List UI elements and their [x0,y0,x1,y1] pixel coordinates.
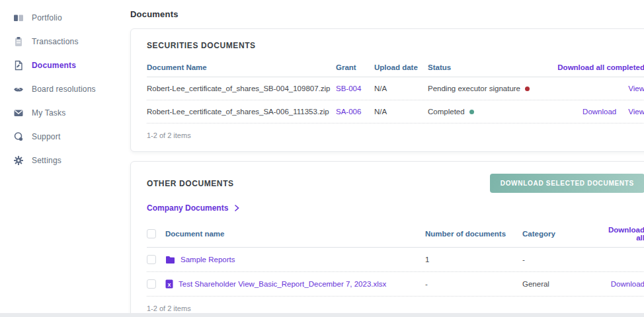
breadcrumb-label: Company Documents [147,203,228,213]
status-text: Pending executor signature [428,85,520,92]
securities-pagination: 1-2 of 2 items [147,123,644,142]
breadcrumb[interactable]: Company Documents [147,203,644,213]
settings-icon [13,155,24,166]
file-name-link[interactable]: Test Shareholder View_Basic_Report_Decem… [179,280,386,288]
transactions-icon [13,36,24,47]
table-row: Robert-Lee_certificate_of_shares_SA-006_… [147,100,644,123]
securities-table-header: Document Name Grant Upload date Status D… [147,59,644,77]
sidebar-item-board-resolutions[interactable]: Board resolutions [13,79,122,99]
upload-date: N/A [374,108,428,116]
table-row: x Test Shareholder View_Basic_Report_Dec… [147,272,644,297]
status-badge: Pending executor signature [428,85,628,92]
grant-link[interactable]: SA-006 [336,108,374,116]
page-title: Documents [130,9,644,19]
sidebar-item-transactions[interactable]: Transactions [13,32,122,52]
excel-file-icon: x [165,279,173,289]
document-name: Robert-Lee_certificate_of_shares_SA-006_… [147,108,336,116]
download-link[interactable]: Download [608,280,644,288]
download-all-link[interactable]: Download all [608,226,644,242]
svg-text:x: x [167,281,171,288]
page-bottom-edge [0,313,644,317]
col-grant: Grant [336,63,374,71]
folder-icon [165,256,175,264]
row-checkbox[interactable] [147,255,156,264]
download-link[interactable]: Download [583,108,616,116]
securities-table: Document Name Grant Upload date Status D… [147,59,644,123]
other-documents-card: OTHER DOCUMENTS DOWNLOAD SELECTED DOCUME… [130,161,644,317]
sidebar-item-label: Documents [32,61,76,70]
status-badge: Completed [428,108,583,116]
col-upload-date: Upload date [374,63,428,71]
download-selected-documents-button[interactable]: DOWNLOAD SELECTED DOCUMENTS [490,174,644,193]
documents-count: 1 [425,256,522,264]
sidebar: Portfolio Transactions Documents Board r… [0,0,122,313]
my-tasks-icon [13,108,24,118]
select-all-checkbox[interactable] [147,229,156,238]
col-document-name: Document name [165,230,425,238]
document-name: Robert-Lee_certificate_of_shares_SB-004_… [147,85,336,92]
col-category: Category [522,230,608,238]
support-icon [13,131,24,142]
col-number-of-documents: Number of documents [425,230,522,238]
other-card-title: OTHER DOCUMENTS [147,179,234,188]
category-value: General [522,280,608,288]
col-document-name: Document Name [147,63,336,71]
other-table-header: Document name Number of documents Catego… [147,222,644,248]
status-dot-red [525,87,530,91]
status-text: Completed [428,108,465,116]
sidebar-item-portfolio[interactable]: Portfolio [13,8,122,28]
sidebar-item-settings[interactable]: Settings [13,151,122,170]
sidebar-item-documents[interactable]: Documents [13,55,122,75]
sidebar-item-label: Support [32,132,60,141]
table-row: Sample Reports 1 - [147,248,644,272]
chevron-right-icon [233,205,240,211]
sidebar-item-support[interactable]: Support [13,127,122,147]
app-window: Portfolio Transactions Documents Board r… [0,0,644,313]
main-content: Documents SECURITIES DOCUMENTS Document … [122,0,644,313]
view-link[interactable]: View [628,108,644,116]
sidebar-item-my-tasks[interactable]: My Tasks [13,103,122,123]
other-documents-table: Document name Number of documents Catego… [147,222,644,297]
sidebar-item-label: Settings [32,156,61,165]
sidebar-item-label: Board resolutions [32,85,96,94]
sidebar-item-label: Portfolio [32,13,62,22]
securities-card-title: SECURITIES DOCUMENTS [147,41,644,50]
sidebar-item-label: My Tasks [32,108,65,118]
view-link[interactable]: View [628,85,644,92]
download-all-completed-link[interactable]: Download all completed [557,63,644,71]
row-checkbox[interactable] [147,279,156,289]
category-value: - [522,256,608,264]
col-status: Status [428,63,557,71]
board-resolutions-icon [13,84,24,94]
other-pagination: 1-2 of 2 items [147,297,644,315]
documents-count: - [425,280,522,288]
upload-date: N/A [374,85,428,92]
table-row: Robert-Lee_certificate_of_shares_SB-004_… [147,77,644,100]
folder-name-link[interactable]: Sample Reports [181,256,235,264]
documents-icon [13,60,24,71]
securities-documents-card: SECURITIES DOCUMENTS Document Name Grant… [130,28,644,152]
sidebar-item-label: Transactions [32,37,79,46]
status-dot-green [469,110,474,114]
portfolio-icon [13,13,24,23]
grant-link[interactable]: SB-004 [336,85,374,92]
